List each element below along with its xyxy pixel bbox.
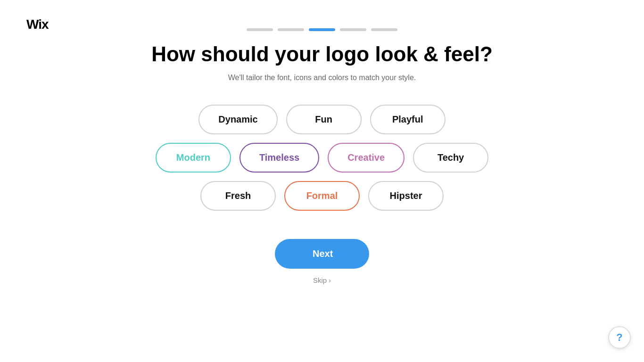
progress-step-1 [247, 28, 273, 31]
actions-container: Next Skip › [275, 211, 369, 284]
option-dynamic[interactable]: Dynamic [198, 105, 277, 134]
main-content: How should your logo look & feel? We'll … [0, 42, 644, 284]
next-button[interactable]: Next [275, 239, 369, 269]
progress-step-3 [309, 28, 335, 31]
wix-logo: Wix [26, 17, 49, 32]
options-row-1: Dynamic Fun Playful [198, 105, 445, 134]
progress-step-2 [278, 28, 304, 31]
help-button[interactable]: ? [608, 326, 631, 349]
progress-step-4 [340, 28, 366, 31]
options-row-3: Fresh Formal Hipster [200, 181, 444, 211]
progress-step-5 [371, 28, 397, 31]
progress-bar [0, 28, 644, 31]
option-modern[interactable]: Modern [156, 143, 231, 173]
skip-link[interactable]: Skip › [313, 276, 331, 284]
option-timeless[interactable]: Timeless [239, 143, 319, 173]
option-formal[interactable]: Formal [284, 181, 360, 211]
skip-label: Skip [313, 276, 327, 284]
option-techy[interactable]: Techy [413, 143, 488, 173]
option-fun[interactable]: Fun [286, 105, 362, 134]
page-subtitle: We'll tailor the font, icons and colors … [228, 74, 416, 82]
skip-chevron-icon: › [329, 276, 331, 284]
page-title: How should your logo look & feel? [151, 42, 493, 66]
option-fresh[interactable]: Fresh [200, 181, 276, 211]
style-options-container: Dynamic Fun Playful Modern Timeless Crea… [156, 105, 488, 211]
option-hipster[interactable]: Hipster [368, 181, 444, 211]
options-row-2: Modern Timeless Creative Techy [156, 143, 488, 173]
option-creative[interactable]: Creative [328, 143, 405, 173]
option-playful[interactable]: Playful [370, 105, 446, 134]
